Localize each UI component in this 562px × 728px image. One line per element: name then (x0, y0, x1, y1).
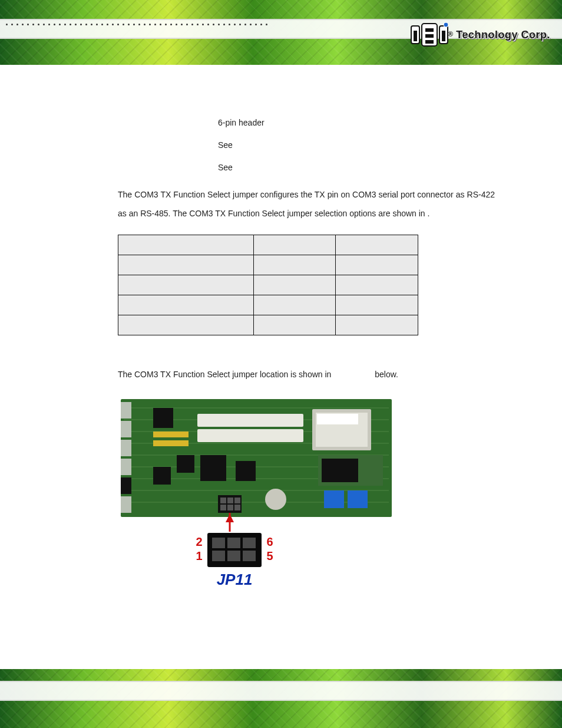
description-paragraph-1: The COM3 TX Function Select jumper confi… (118, 185, 495, 223)
pin-label-6: 6 (266, 535, 273, 548)
jumper-name-label: JP11 (217, 571, 253, 588)
svg-rect-55 (212, 551, 225, 561)
brand-logo-block: ® Technology Corp. (410, 22, 550, 47)
table-cell (336, 295, 418, 315)
motherboard-illustration: 2 1 6 5 JP11 (118, 396, 395, 591)
svg-rect-57 (243, 551, 256, 561)
spec-row: See (118, 140, 495, 150)
svg-rect-37 (153, 467, 171, 485)
svg-rect-6 (425, 34, 434, 38)
table-header-cell (336, 235, 418, 255)
svg-rect-31 (322, 459, 358, 482)
trademark-symbol: ® (448, 30, 453, 38)
svg-rect-41 (153, 440, 189, 446)
pin-label-5: 5 (266, 549, 273, 562)
svg-rect-52 (212, 538, 225, 548)
description-paragraph-2: The COM3 TX Function Select jumper locat… (118, 365, 495, 384)
spec-value: See (218, 140, 233, 150)
svg-rect-29 (317, 414, 358, 424)
svg-rect-38 (200, 455, 226, 481)
page-content: 6-pin header See See The COM3 TX Functio… (118, 118, 495, 591)
footer-banner (0, 669, 562, 728)
svg-rect-43 (220, 498, 226, 503)
svg-rect-56 (227, 551, 240, 561)
svg-rect-48 (234, 505, 240, 510)
table-cell (336, 315, 418, 335)
table-cell (253, 255, 336, 275)
brand-name: Technology Corp. (456, 29, 550, 41)
table-cell (253, 295, 336, 315)
table-header-cell (118, 235, 254, 255)
svg-rect-24 (121, 496, 131, 513)
table-cell (253, 275, 336, 295)
table-cell (118, 315, 254, 335)
spec-value: 6-pin header (218, 118, 265, 127)
spec-value: See (218, 163, 233, 172)
svg-rect-22 (121, 459, 131, 475)
spec-row: See (118, 163, 495, 172)
svg-rect-32 (324, 490, 344, 508)
svg-rect-53 (227, 538, 240, 548)
table-row (118, 255, 418, 275)
svg-rect-7 (425, 40, 434, 44)
para1-post: . (428, 209, 430, 218)
svg-rect-44 (227, 498, 233, 503)
svg-rect-33 (348, 490, 368, 508)
svg-point-8 (444, 22, 448, 27)
svg-rect-20 (121, 421, 131, 437)
para2-pre: The COM3 TX Function Select jumper locat… (118, 370, 333, 379)
svg-rect-26 (197, 429, 303, 442)
table-cell (253, 315, 336, 335)
table-header-row (118, 235, 418, 255)
pin-label-2: 2 (196, 535, 202, 548)
table-cell (118, 295, 254, 315)
svg-rect-3 (414, 31, 417, 41)
table-header-cell (253, 235, 336, 255)
footer-strip (0, 681, 562, 701)
spec-row: 6-pin header (118, 118, 495, 127)
board-figure: 2 1 6 5 JP11 (118, 396, 395, 591)
svg-rect-4 (442, 31, 445, 41)
svg-rect-25 (197, 414, 303, 427)
svg-rect-39 (236, 461, 256, 481)
svg-rect-47 (227, 505, 233, 510)
spec-label (118, 163, 218, 172)
svg-rect-40 (153, 431, 189, 437)
svg-rect-45 (234, 498, 240, 503)
table-row (118, 315, 418, 335)
table-cell (118, 255, 254, 275)
para2-post: below. (372, 370, 398, 379)
svg-rect-21 (121, 440, 131, 456)
table-row (118, 295, 418, 315)
svg-rect-19 (121, 402, 131, 419)
jumper-settings-table (118, 235, 418, 335)
svg-rect-46 (220, 505, 226, 510)
svg-rect-5 (425, 28, 434, 32)
svg-point-34 (265, 489, 286, 510)
header-banner: ® Technology Corp. (0, 0, 562, 65)
table-cell (118, 275, 254, 295)
svg-rect-36 (177, 455, 194, 473)
svg-rect-23 (121, 477, 131, 494)
spec-label (118, 118, 218, 127)
iei-logo-icon (410, 22, 451, 47)
svg-rect-35 (153, 408, 173, 428)
table-cell (336, 275, 418, 295)
table-row (118, 275, 418, 295)
pin-label-1: 1 (196, 549, 202, 562)
table-cell (336, 255, 418, 275)
svg-rect-54 (243, 538, 256, 548)
spec-label (118, 140, 218, 150)
para1-pre: The COM3 TX Function Select jumper confi… (118, 190, 495, 218)
